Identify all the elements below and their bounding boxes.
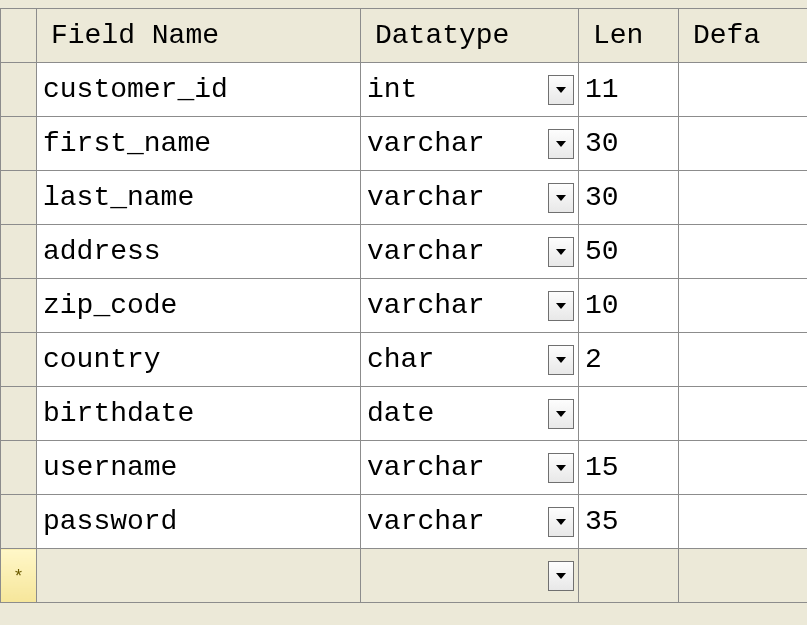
len-cell[interactable]: 35 <box>579 495 679 549</box>
new-row-marker[interactable]: * <box>1 549 37 603</box>
field-name-text: birthdate <box>37 388 360 440</box>
field-name-cell[interactable]: birthdate <box>37 387 361 441</box>
row-selector[interactable] <box>1 117 37 171</box>
datatype-dropdown-button[interactable] <box>548 399 574 429</box>
table-row: countrychar2 <box>1 333 808 387</box>
datatype-dropdown-button[interactable] <box>548 345 574 375</box>
datatype-text: char <box>367 334 548 386</box>
len-cell[interactable] <box>579 549 679 603</box>
asterisk-icon: * <box>15 566 22 586</box>
field-name-text: first_name <box>37 118 360 170</box>
header-len[interactable]: Len <box>579 9 679 63</box>
len-text <box>579 398 585 429</box>
len-cell[interactable]: 2 <box>579 333 679 387</box>
row-selector[interactable] <box>1 171 37 225</box>
field-name-cell[interactable]: first_name <box>37 117 361 171</box>
len-cell[interactable]: 10 <box>579 279 679 333</box>
datatype-dropdown-button[interactable] <box>548 507 574 537</box>
datatype-dropdown-button[interactable] <box>548 183 574 213</box>
row-selector[interactable] <box>1 387 37 441</box>
len-cell[interactable]: 30 <box>579 117 679 171</box>
len-cell[interactable]: 15 <box>579 441 679 495</box>
datatype-cell[interactable] <box>361 549 579 603</box>
svg-marker-3 <box>556 249 566 255</box>
table-row: usernamevarchar15 <box>1 441 808 495</box>
schema-table: Field Name Datatype Len Defa customer_id… <box>0 8 807 603</box>
row-selector[interactable] <box>1 279 37 333</box>
row-selector[interactable] <box>1 441 37 495</box>
svg-marker-8 <box>556 519 566 525</box>
datatype-cell[interactable]: char <box>361 333 579 387</box>
len-text: 2 <box>579 344 602 375</box>
len-cell[interactable]: 11 <box>579 63 679 117</box>
field-name-text: zip_code <box>37 280 360 332</box>
datatype-dropdown-button[interactable] <box>548 129 574 159</box>
field-name-cell[interactable]: customer_id <box>37 63 361 117</box>
datatype-dropdown-button[interactable] <box>548 75 574 105</box>
datatype-dropdown-button[interactable] <box>548 453 574 483</box>
chevron-down-icon <box>556 303 566 309</box>
default-cell[interactable] <box>679 387 808 441</box>
svg-marker-1 <box>556 141 566 147</box>
table-row: birthdatedate <box>1 387 808 441</box>
svg-marker-7 <box>556 465 566 471</box>
default-cell[interactable] <box>679 171 808 225</box>
datatype-dropdown-button[interactable] <box>548 291 574 321</box>
table-row: customer_idint11 <box>1 63 808 117</box>
header-datatype[interactable]: Datatype <box>361 9 579 63</box>
len-cell[interactable]: 50 <box>579 225 679 279</box>
len-text: 50 <box>579 236 619 267</box>
datatype-cell[interactable]: int <box>361 63 579 117</box>
default-cell[interactable] <box>679 63 808 117</box>
default-cell[interactable] <box>679 441 808 495</box>
default-cell[interactable] <box>679 279 808 333</box>
svg-marker-6 <box>556 411 566 417</box>
datatype-cell[interactable]: varchar <box>361 441 579 495</box>
field-name-cell[interactable] <box>37 549 361 603</box>
field-name-cell[interactable]: username <box>37 441 361 495</box>
datatype-text: date <box>367 388 548 440</box>
datatype-cell[interactable]: varchar <box>361 225 579 279</box>
chevron-down-icon <box>556 141 566 147</box>
default-cell[interactable] <box>679 495 808 549</box>
table-row: last_namevarchar30 <box>1 171 808 225</box>
len-cell[interactable]: 30 <box>579 171 679 225</box>
chevron-down-icon <box>556 87 566 93</box>
field-name-cell[interactable]: password <box>37 495 361 549</box>
default-cell[interactable] <box>679 117 808 171</box>
row-selector[interactable] <box>1 333 37 387</box>
default-cell[interactable] <box>679 549 808 603</box>
field-name-cell[interactable]: last_name <box>37 171 361 225</box>
field-name-cell[interactable]: address <box>37 225 361 279</box>
len-text: 11 <box>579 74 619 105</box>
datatype-dropdown-button[interactable] <box>548 561 574 591</box>
datatype-cell[interactable]: date <box>361 387 579 441</box>
default-cell[interactable] <box>679 333 808 387</box>
header-field-name[interactable]: Field Name <box>37 9 361 63</box>
datatype-cell[interactable]: varchar <box>361 117 579 171</box>
datatype-cell[interactable]: varchar <box>361 495 579 549</box>
header-default[interactable]: Defa <box>679 9 808 63</box>
datatype-cell[interactable]: varchar <box>361 279 579 333</box>
field-name-text: address <box>37 226 360 278</box>
field-name-cell[interactable]: zip_code <box>37 279 361 333</box>
svg-marker-5 <box>556 357 566 363</box>
len-text: 15 <box>579 452 619 483</box>
default-cell[interactable] <box>679 225 808 279</box>
chevron-down-icon <box>556 573 566 579</box>
len-text: 30 <box>579 182 619 213</box>
datatype-dropdown-button[interactable] <box>548 237 574 267</box>
len-cell[interactable] <box>579 387 679 441</box>
field-name-cell[interactable]: country <box>37 333 361 387</box>
field-name-text: customer_id <box>37 64 360 116</box>
datatype-cell[interactable]: varchar <box>361 171 579 225</box>
datatype-text: varchar <box>367 442 548 494</box>
field-name-text: last_name <box>37 172 360 224</box>
new-row[interactable]: * <box>1 549 808 603</box>
table-designer: Field Name Datatype Len Defa customer_id… <box>0 0 807 625</box>
row-selector[interactable] <box>1 225 37 279</box>
svg-marker-0 <box>556 87 566 93</box>
row-selector[interactable] <box>1 495 37 549</box>
row-selector[interactable] <box>1 63 37 117</box>
datatype-text: int <box>367 64 548 116</box>
